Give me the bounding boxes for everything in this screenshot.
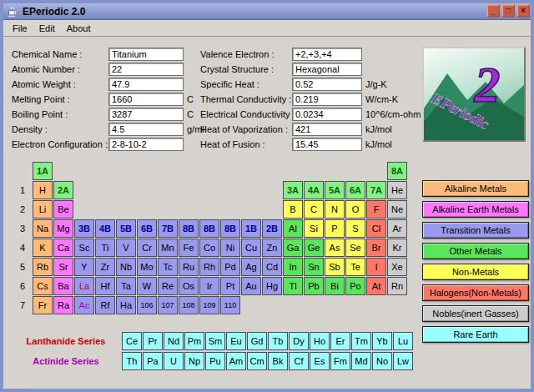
element-ne[interactable]: Ne [387, 200, 407, 219]
element-he[interactable]: He [387, 181, 407, 199]
field-input-thermal-conductivity[interactable] [292, 93, 362, 106]
element-106[interactable]: 106 [137, 296, 157, 314]
minimize-button[interactable]: _ [486, 4, 500, 18]
element-yb[interactable]: Yb [372, 332, 392, 350]
element-s[interactable]: S [345, 219, 365, 238]
element-cs[interactable]: Cs [33, 277, 53, 295]
element-eu[interactable]: Eu [226, 332, 246, 350]
element-rb[interactable]: Rb [33, 258, 53, 276]
element-os[interactable]: Os [179, 277, 199, 295]
element-ag[interactable]: Ag [241, 258, 261, 276]
element-y[interactable]: Y [74, 258, 94, 276]
element-ta[interactable]: Ta [116, 277, 136, 295]
element-p[interactable]: P [325, 219, 345, 238]
menu-file[interactable]: File [7, 22, 33, 35]
element-rn[interactable]: Rn [387, 277, 407, 295]
element-pm[interactable]: Pm [184, 332, 204, 350]
element-pr[interactable]: Pr [143, 332, 163, 350]
field-input-boiling-point[interactable] [108, 108, 184, 121]
element-cm[interactable]: Cm [247, 352, 267, 370]
element-te[interactable]: Te [345, 258, 365, 276]
field-input-density[interactable] [108, 123, 184, 136]
element-ti[interactable]: Ti [95, 239, 115, 257]
element-au[interactable]: Au [241, 277, 261, 295]
element-n[interactable]: N [325, 200, 345, 219]
element-cd[interactable]: Cd [262, 258, 282, 276]
element-lw[interactable]: Lw [393, 352, 413, 370]
element-nb[interactable]: Nb [116, 258, 136, 276]
field-input-atomic-weight[interactable] [108, 78, 184, 91]
element-tl[interactable]: Tl [283, 277, 303, 295]
element-lu[interactable]: Lu [393, 332, 413, 350]
field-input-crystal-structure[interactable] [292, 63, 362, 76]
element-sr[interactable]: Sr [53, 258, 73, 276]
legend-alkaline-earth-metals[interactable]: Alkaline Earth Metals [422, 201, 529, 218]
element-bk[interactable]: Bk [268, 352, 288, 370]
element-ac[interactable]: Ac [74, 296, 94, 314]
element-ni[interactable]: Ni [220, 239, 240, 257]
element-la[interactable]: La [74, 277, 94, 295]
element-be[interactable]: Be [53, 200, 73, 219]
element-mg[interactable]: Mg [53, 219, 73, 238]
element-as[interactable]: As [325, 239, 345, 257]
field-input-chemical-name[interactable] [108, 48, 184, 61]
element-pb[interactable]: Pb [304, 277, 324, 295]
element-cf[interactable]: Cf [289, 352, 309, 370]
element-ru[interactable]: Ru [179, 258, 199, 276]
element-107[interactable]: 107 [158, 296, 178, 314]
element-no[interactable]: No [372, 352, 392, 370]
element-k[interactable]: K [33, 239, 53, 257]
element-108[interactable]: 108 [179, 296, 199, 314]
element-109[interactable]: 109 [199, 296, 219, 314]
element-fr[interactable]: Fr [33, 296, 53, 314]
legend-halogens-non-metals[interactable]: Halogens(Non-Metals) [422, 284, 529, 301]
element-er[interactable]: Er [330, 332, 350, 350]
element-se[interactable]: Se [345, 239, 365, 257]
menu-about[interactable]: About [61, 22, 97, 35]
field-input-atomic-number[interactable] [108, 63, 184, 76]
legend-nobles-inert-gasses[interactable]: Nobles(inert Gasses) [422, 305, 529, 322]
element-th[interactable]: Th [122, 352, 142, 370]
element-md[interactable]: Md [351, 352, 371, 370]
element-ar[interactable]: Ar [387, 219, 407, 238]
element-si[interactable]: Si [304, 219, 324, 238]
element-es[interactable]: Es [310, 352, 330, 370]
element-sc[interactable]: Sc [74, 239, 94, 257]
element-c[interactable]: C [304, 200, 324, 219]
element-co[interactable]: Co [199, 239, 219, 257]
element-nd[interactable]: Nd [164, 332, 184, 350]
element-rf[interactable]: Rf [95, 296, 115, 314]
field-input-melting-point[interactable] [108, 93, 184, 106]
maximize-button[interactable]: □ [501, 4, 515, 18]
element-pt[interactable]: Pt [220, 277, 240, 295]
element-mn[interactable]: Mn [158, 239, 178, 257]
legend-other-metals[interactable]: Other Metals [422, 243, 529, 259]
field-input-specific-heat[interactable] [292, 78, 362, 91]
element-pu[interactable]: Pu [205, 352, 225, 370]
element-ir[interactable]: Ir [199, 277, 219, 295]
element-v[interactable]: V [116, 239, 136, 257]
element-np[interactable]: Np [184, 352, 204, 370]
element-cr[interactable]: Cr [137, 239, 157, 257]
element-ge[interactable]: Ge [304, 239, 324, 257]
element-ha[interactable]: Ha [116, 296, 136, 314]
element-gd[interactable]: Gd [247, 332, 267, 350]
element-at[interactable]: At [366, 277, 386, 295]
title-bar[interactable]: EPeriodic 2.0 _□× [3, 3, 531, 20]
element-in[interactable]: In [283, 258, 303, 276]
element-i[interactable]: I [366, 258, 386, 276]
element-h[interactable]: H [33, 181, 53, 199]
legend-transition-metals[interactable]: Transition Metals [422, 222, 529, 239]
element-b[interactable]: B [283, 200, 303, 219]
element-ba[interactable]: Ba [53, 277, 73, 295]
element-po[interactable]: Po [345, 277, 365, 295]
element-br[interactable]: Br [366, 239, 386, 257]
element-tb[interactable]: Tb [268, 332, 288, 350]
element-hg[interactable]: Hg [262, 277, 282, 295]
element-fm[interactable]: Fm [330, 352, 350, 370]
element-al[interactable]: Al [283, 219, 303, 238]
element-sn[interactable]: Sn [304, 258, 324, 276]
element-mo[interactable]: Mo [137, 258, 157, 276]
element-ra[interactable]: Ra [53, 296, 73, 314]
element-bi[interactable]: Bi [325, 277, 345, 295]
